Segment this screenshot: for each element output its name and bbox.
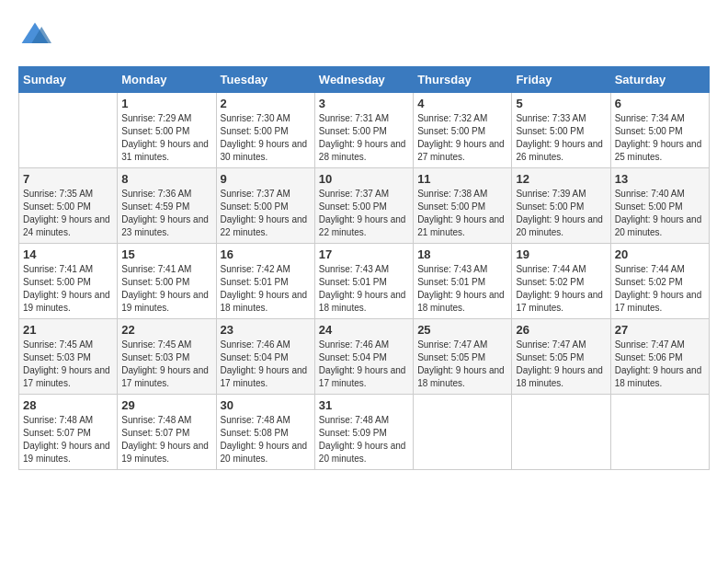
day-info: Sunrise: 7:31 AMSunset: 5:00 PMDaylight:… [319, 112, 409, 164]
day-info: Sunrise: 7:48 AMSunset: 5:07 PMDaylight:… [121, 414, 211, 465]
calendar-cell: 16Sunrise: 7:42 AMSunset: 5:01 PMDayligh… [216, 244, 314, 319]
day-info: Sunrise: 7:45 AMSunset: 5:03 PMDaylight:… [121, 339, 211, 390]
day-number: 25 [417, 323, 507, 337]
day-info: Sunrise: 7:34 AMSunset: 5:00 PMDaylight:… [615, 112, 705, 164]
calendar-cell: 18Sunrise: 7:43 AMSunset: 5:01 PMDayligh… [414, 244, 512, 319]
day-number: 22 [121, 323, 211, 337]
day-info: Sunrise: 7:33 AMSunset: 5:00 PMDaylight:… [516, 112, 606, 164]
day-info: Sunrise: 7:48 AMSunset: 5:09 PMDaylight:… [319, 414, 409, 465]
day-number: 15 [121, 247, 211, 261]
calendar-cell [19, 93, 118, 168]
calendar-cell: 19Sunrise: 7:44 AMSunset: 5:02 PMDayligh… [512, 244, 610, 319]
day-info: Sunrise: 7:47 AMSunset: 5:06 PMDaylight:… [615, 339, 705, 390]
day-info: Sunrise: 7:42 AMSunset: 5:01 PMDaylight:… [221, 263, 311, 315]
day-info: Sunrise: 7:43 AMSunset: 5:01 PMDaylight:… [417, 263, 507, 315]
day-number: 3 [319, 97, 409, 110]
day-info: Sunrise: 7:44 AMSunset: 5:02 PMDaylight:… [516, 263, 606, 315]
day-number: 20 [615, 247, 705, 261]
day-info: Sunrise: 7:35 AMSunset: 5:00 PMDaylight:… [23, 188, 113, 239]
day-info: Sunrise: 7:29 AMSunset: 5:00 PMDaylight:… [121, 112, 211, 164]
weekday-header-sunday: Sunday [19, 67, 118, 93]
day-number: 29 [121, 398, 211, 412]
calendar-week-3: 14Sunrise: 7:41 AMSunset: 5:00 PMDayligh… [19, 244, 710, 319]
calendar-cell: 17Sunrise: 7:43 AMSunset: 5:01 PMDayligh… [314, 244, 413, 319]
day-number: 27 [615, 323, 705, 337]
calendar-cell: 25Sunrise: 7:47 AMSunset: 5:05 PMDayligh… [414, 319, 512, 395]
day-info: Sunrise: 7:47 AMSunset: 5:05 PMDaylight:… [516, 339, 606, 390]
day-info: Sunrise: 7:40 AMSunset: 5:00 PMDaylight:… [615, 188, 705, 239]
day-number: 24 [319, 323, 409, 337]
calendar-cell: 10Sunrise: 7:37 AMSunset: 5:00 PMDayligh… [314, 168, 413, 244]
day-number: 4 [417, 97, 507, 110]
day-info: Sunrise: 7:45 AMSunset: 5:03 PMDaylight:… [23, 339, 113, 390]
calendar-cell: 12Sunrise: 7:39 AMSunset: 5:00 PMDayligh… [512, 168, 610, 244]
day-number: 8 [121, 172, 211, 186]
calendar-cell [512, 395, 610, 470]
day-info: Sunrise: 7:41 AMSunset: 5:00 PMDaylight:… [23, 263, 113, 315]
day-info: Sunrise: 7:48 AMSunset: 5:08 PMDaylight:… [221, 414, 311, 465]
weekday-header-thursday: Thursday [414, 67, 512, 93]
calendar-cell: 2Sunrise: 7:30 AMSunset: 5:00 PMDaylight… [216, 93, 314, 168]
calendar-cell: 5Sunrise: 7:33 AMSunset: 5:00 PMDaylight… [512, 93, 610, 168]
calendar-week-4: 21Sunrise: 7:45 AMSunset: 5:03 PMDayligh… [19, 319, 710, 395]
day-number: 12 [516, 172, 606, 186]
calendar-cell: 20Sunrise: 7:44 AMSunset: 5:02 PMDayligh… [610, 244, 709, 319]
day-info: Sunrise: 7:32 AMSunset: 5:00 PMDaylight:… [417, 112, 507, 164]
day-number: 13 [615, 172, 705, 186]
calendar-cell: 15Sunrise: 7:41 AMSunset: 5:00 PMDayligh… [118, 244, 216, 319]
calendar-cell: 7Sunrise: 7:35 AMSunset: 5:00 PMDaylight… [19, 168, 118, 244]
day-number: 14 [23, 247, 113, 261]
day-number: 9 [221, 172, 311, 186]
calendar-cell: 9Sunrise: 7:37 AMSunset: 5:00 PMDaylight… [216, 168, 314, 244]
day-number: 2 [221, 97, 311, 110]
calendar-cell: 26Sunrise: 7:47 AMSunset: 5:05 PMDayligh… [512, 319, 610, 395]
day-info: Sunrise: 7:47 AMSunset: 5:05 PMDaylight:… [417, 339, 507, 390]
calendar-cell [610, 395, 709, 470]
day-number: 6 [615, 97, 705, 110]
day-info: Sunrise: 7:46 AMSunset: 5:04 PMDaylight:… [221, 339, 311, 390]
weekday-header-friday: Friday [512, 67, 610, 93]
day-number: 17 [319, 247, 409, 261]
day-info: Sunrise: 7:41 AMSunset: 5:00 PMDaylight:… [121, 263, 211, 315]
calendar-cell: 27Sunrise: 7:47 AMSunset: 5:06 PMDayligh… [610, 319, 709, 395]
calendar-cell: 3Sunrise: 7:31 AMSunset: 5:00 PMDaylight… [314, 93, 413, 168]
day-number: 21 [23, 323, 113, 337]
calendar-cell: 29Sunrise: 7:48 AMSunset: 5:07 PMDayligh… [118, 395, 216, 470]
calendar-week-2: 7Sunrise: 7:35 AMSunset: 5:00 PMDaylight… [19, 168, 710, 244]
weekday-header-tuesday: Tuesday [216, 67, 314, 93]
day-number: 23 [221, 323, 311, 337]
day-info: Sunrise: 7:37 AMSunset: 5:00 PMDaylight:… [221, 188, 311, 239]
day-number: 11 [417, 172, 507, 186]
day-number: 1 [121, 97, 211, 110]
calendar-week-1: 1Sunrise: 7:29 AMSunset: 5:00 PMDaylight… [19, 93, 710, 168]
calendar-cell: 4Sunrise: 7:32 AMSunset: 5:00 PMDaylight… [414, 93, 512, 168]
day-info: Sunrise: 7:44 AMSunset: 5:02 PMDaylight:… [615, 263, 705, 315]
calendar-cell: 31Sunrise: 7:48 AMSunset: 5:09 PMDayligh… [314, 395, 413, 470]
day-number: 28 [23, 398, 113, 412]
calendar-cell [414, 395, 512, 470]
calendar-cell: 6Sunrise: 7:34 AMSunset: 5:00 PMDaylight… [610, 93, 709, 168]
day-number: 16 [221, 247, 311, 261]
day-number: 30 [221, 398, 311, 412]
calendar-header-row: SundayMondayTuesdayWednesdayThursdayFrid… [19, 67, 710, 93]
day-number: 10 [319, 172, 409, 186]
day-info: Sunrise: 7:38 AMSunset: 5:00 PMDaylight:… [417, 188, 507, 239]
day-info: Sunrise: 7:46 AMSunset: 5:04 PMDaylight:… [319, 339, 409, 390]
weekday-header-monday: Monday [118, 67, 216, 93]
day-number: 18 [417, 247, 507, 261]
calendar-cell: 21Sunrise: 7:45 AMSunset: 5:03 PMDayligh… [19, 319, 118, 395]
calendar-cell: 28Sunrise: 7:48 AMSunset: 5:07 PMDayligh… [19, 395, 118, 470]
day-info: Sunrise: 7:48 AMSunset: 5:07 PMDaylight:… [23, 414, 113, 465]
page-header [18, 18, 710, 52]
day-number: 31 [319, 398, 409, 412]
logo-icon [18, 18, 51, 52]
calendar-week-5: 28Sunrise: 7:48 AMSunset: 5:07 PMDayligh… [19, 395, 710, 470]
day-number: 5 [516, 97, 606, 110]
day-info: Sunrise: 7:43 AMSunset: 5:01 PMDaylight:… [319, 263, 409, 315]
day-number: 7 [23, 172, 113, 186]
calendar-cell: 22Sunrise: 7:45 AMSunset: 5:03 PMDayligh… [118, 319, 216, 395]
day-number: 19 [516, 247, 606, 261]
calendar-cell: 14Sunrise: 7:41 AMSunset: 5:00 PMDayligh… [19, 244, 118, 319]
calendar-cell: 23Sunrise: 7:46 AMSunset: 5:04 PMDayligh… [216, 319, 314, 395]
calendar-table: SundayMondayTuesdayWednesdayThursdayFrid… [18, 66, 710, 470]
